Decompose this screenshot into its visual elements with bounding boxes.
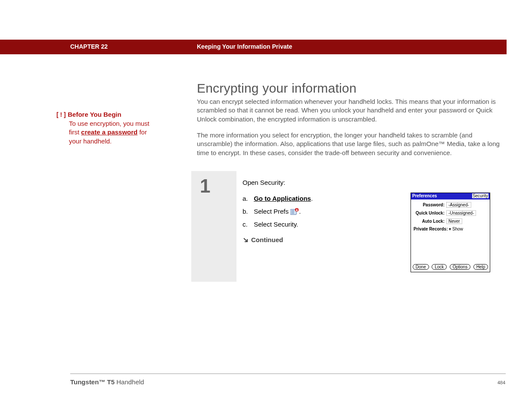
palm-password-value[interactable]: -Assigned- (446, 202, 471, 208)
step-content: Open Security: a. Go to Applications. b.… (236, 171, 506, 282)
palm-private-label: Private Records: (414, 227, 448, 231)
step-1-container: 1 Open Security: a. Go to Applications. … (191, 171, 506, 282)
step-b-text-pre: Select Prefs (254, 208, 290, 215)
step-a-suffix: . (311, 195, 313, 202)
palm-quickunlock-label: Quick Unlock: (414, 211, 446, 215)
alert-icon: [ ! ] (56, 111, 66, 118)
palm-autolock-value[interactable]: Never (446, 218, 462, 224)
palm-security-screenshot: Preferences Security Password: -Assigned… (411, 193, 490, 272)
footer-product-rest: Handheld (115, 378, 144, 386)
palm-quickunlock-value[interactable]: -Unassigned- (446, 210, 476, 216)
palm-button-bar: Done Lock Options Help (411, 262, 490, 270)
palm-done-button[interactable]: Done (413, 264, 429, 270)
prefs-icon (290, 206, 299, 213)
header-title: Keeping Your Information Private (197, 43, 292, 50)
step-b-label: b. (243, 205, 252, 218)
continued-label: Continued (251, 236, 283, 243)
palm-password-label: Password: (414, 202, 446, 207)
palm-quickunlock-row: Quick Unlock: -Unassigned- (414, 210, 487, 216)
page-heading: Encrypting your information (197, 81, 357, 96)
palm-options-button[interactable]: Options (450, 264, 470, 270)
palm-autolock-row: Auto Lock: Never (414, 218, 487, 224)
intro-paragraph-1: You can encrypt selected information whe… (197, 97, 499, 124)
go-to-applications-link[interactable]: Go to Applications (254, 195, 311, 202)
palm-title-left: Preferences (412, 193, 437, 198)
footer-product-bold: Tungsten™ T5 (70, 378, 115, 386)
header-bar: CHAPTER 22 Keeping Your Information Priv… (0, 40, 507, 54)
palm-autolock-label: Auto Lock: (414, 219, 446, 224)
intro-paragraph-2: The more information you select for encr… (197, 131, 505, 157)
before-you-begin-callout: [ ! ] Before You Begin To use encryption… (56, 111, 151, 146)
svg-rect-6 (296, 210, 298, 211)
palm-help-button[interactable]: Help (473, 264, 488, 270)
palm-title-right: Security (472, 193, 488, 198)
svg-rect-5 (296, 209, 297, 210)
palm-lock-button[interactable]: Lock (432, 264, 447, 270)
palm-private-dropdown[interactable]: ▾ Show (449, 227, 463, 231)
step-c-text: Select Security. (254, 221, 298, 228)
step-title: Open Security: (243, 179, 500, 186)
palm-password-row: Password: -Assigned- (414, 202, 487, 208)
step-c-label: c. (243, 218, 252, 231)
step-number: 1 (200, 175, 210, 197)
before-you-begin-heading: Before You Begin (68, 111, 121, 118)
palm-private-records: Private Records: ▾ Show (414, 227, 487, 231)
footer-page-number: 484 (498, 380, 505, 385)
step-b-text-post: . (299, 208, 301, 215)
footer-rule (70, 374, 506, 374)
create-password-link[interactable]: create a password (81, 128, 137, 136)
chapter-label: CHAPTER 22 (70, 43, 108, 50)
continued-arrow-icon (243, 237, 249, 243)
step-a-label: a. (243, 192, 252, 205)
palm-titlebar: Preferences Security (411, 193, 490, 199)
footer-product: Tungsten™ T5 Handheld (70, 378, 144, 386)
